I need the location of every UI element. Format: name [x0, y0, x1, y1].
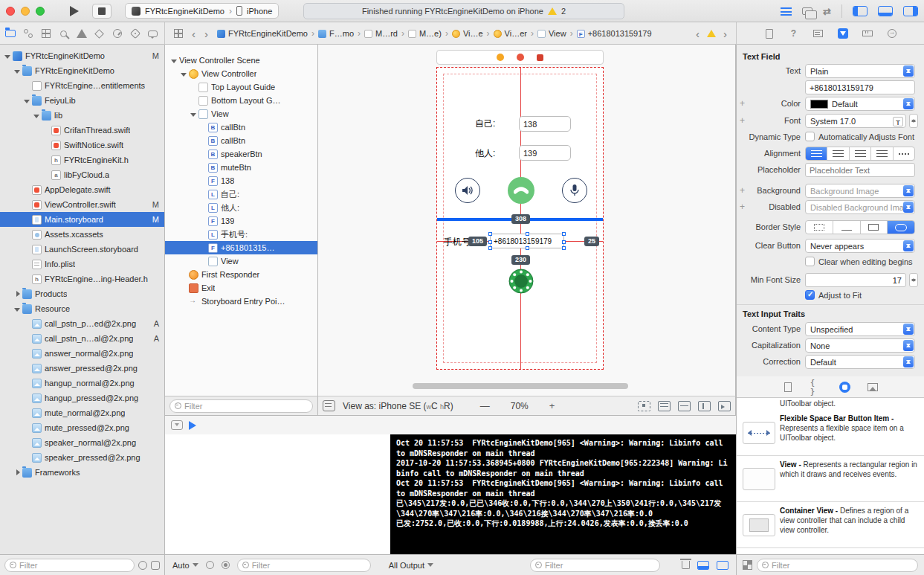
variables-scope-popup[interactable]: Auto — [172, 561, 198, 570]
outline-row[interactable]: F139 — [165, 214, 317, 228]
outline-row[interactable]: First Responder — [165, 268, 317, 281]
next-issue-button[interactable]: › — [719, 28, 731, 39]
disabled-background-popup[interactable]: Disabled Background Ima — [805, 200, 915, 214]
call-button[interactable] — [508, 177, 534, 204]
console-scope-popup[interactable]: All Output — [389, 561, 433, 570]
outline-row[interactable]: Top Layout Guide — [165, 80, 317, 94]
outline-row[interactable]: BspeakerBtn — [165, 147, 317, 161]
disclosure-triangle-icon[interactable] — [24, 97, 30, 104]
outline-row[interactable]: Storyboard Entry Poi… — [165, 295, 317, 308]
outline-row[interactable]: F138 — [165, 174, 317, 187]
border-rounded-segment[interactable] — [888, 221, 914, 234]
other-number-field[interactable]: 139 — [519, 145, 571, 161]
disclosure-triangle-icon[interactable] — [14, 291, 21, 298]
navigator-row[interactable]: Main.storyboardM — [0, 212, 164, 227]
show-console-view-button[interactable] — [717, 561, 728, 570]
project-navigator-tab[interactable] — [4, 28, 16, 39]
view-controller-dock-icon[interactable] — [497, 54, 504, 61]
outline-row[interactable]: View Controller — [165, 67, 317, 80]
navigator-row[interactable]: SwiftNotice.swift — [0, 138, 164, 152]
variables-filter-field[interactable] — [237, 559, 371, 572]
disclosure-triangle-icon[interactable] — [14, 469, 21, 476]
disclosure-triangle-icon[interactable] — [181, 71, 187, 77]
breadcrumb-item[interactable]: Vi…e — [452, 29, 483, 38]
library-filter-input[interactable] — [772, 561, 913, 570]
navigator-row[interactable]: Assets.xcassets — [0, 227, 164, 242]
test-navigator-tab[interactable] — [94, 28, 105, 39]
breadcrumb-item[interactable]: M…rd — [364, 29, 398, 38]
navigator-row[interactable]: FeiyuLib — [0, 93, 164, 108]
navigator-row[interactable]: Resource — [0, 301, 164, 316]
align-center-segment[interactable] — [827, 147, 849, 160]
border-line-segment[interactable] — [833, 221, 861, 234]
content-type-popup[interactable]: Unspecified — [805, 322, 915, 336]
resize-handle[interactable] — [526, 232, 529, 236]
navigator-row[interactable]: hFYRtcEngine…ing-Header.h — [0, 272, 164, 286]
previous-issue-button[interactable]: ‹ — [691, 28, 704, 39]
navigator-row[interactable]: speaker_pressed@2x.png — [0, 450, 164, 465]
breadcrumb-item[interactable]: View — [537, 29, 566, 38]
assistant-editor-icon[interactable] — [802, 7, 812, 15]
font-field[interactable]: System 17.0 — [805, 114, 906, 128]
disclosure-triangle-icon[interactable] — [14, 306, 21, 312]
navigator-row[interactable]: call_pstn_p…ed@2x.pngA — [0, 316, 164, 331]
console-filter-input[interactable] — [545, 561, 655, 570]
report-navigator-tab[interactable] — [147, 28, 158, 39]
outline-row[interactable]: View Controller Scene — [165, 54, 317, 67]
go-back-button[interactable]: ‹ — [187, 28, 200, 39]
outline-row[interactable]: L自己: — [165, 187, 317, 201]
navigator-row[interactable]: alibFyCloud.a — [0, 167, 164, 182]
outline-row[interactable]: View — [165, 254, 317, 268]
show-only-icon[interactable] — [206, 561, 214, 569]
show-variables-view-button[interactable] — [697, 561, 709, 570]
horizontal-scrollbar[interactable] — [413, 383, 628, 389]
disclosure-triangle-icon[interactable] — [171, 57, 178, 64]
navigator-row[interactable]: answer_pressed@2x.png — [0, 361, 164, 376]
navigator-row[interactable]: LaunchScreen.storyboard — [0, 242, 164, 257]
align-button[interactable] — [678, 401, 691, 411]
grid-view-icon[interactable] — [743, 560, 752, 570]
toggle-navigator-button[interactable] — [853, 6, 868, 16]
breadcrumb-item[interactable]: F…mo — [318, 29, 354, 38]
close-window-button[interactable] — [6, 7, 15, 16]
navigator-row[interactable]: call_pstn_n…al@2x.pngA — [0, 331, 164, 346]
font-size-stepper[interactable] — [909, 114, 918, 128]
issue-navigator-tab[interactable] — [76, 28, 87, 39]
file-inspector-tab[interactable] — [763, 28, 775, 39]
adjust-to-fit-checkbox[interactable] — [805, 290, 815, 300]
outline-filter-field[interactable] — [169, 399, 313, 413]
outline-row[interactable]: L他人: — [165, 201, 317, 214]
breakpoint-navigator-tab[interactable] — [129, 28, 140, 39]
go-forward-button[interactable]: › — [200, 28, 213, 39]
outline-row[interactable]: Bottom Layout G… — [165, 94, 317, 107]
other-label[interactable]: 他人: — [475, 147, 495, 160]
code-snippet-library-tab[interactable] — [810, 381, 822, 393]
outline-row[interactable]: BmuteBtn — [165, 161, 317, 174]
media-library-tab[interactable] — [867, 381, 879, 393]
library-item[interactable]: View - Represents a rectangular region i… — [737, 456, 924, 502]
console-filter-field[interactable] — [530, 559, 660, 572]
exit-dock-icon[interactable] — [537, 54, 543, 61]
navigator-row[interactable]: hangup_normal@2x.png — [0, 376, 164, 391]
scheme-selector[interactable]: FYRtcEngineKitDemo › iPhone — [125, 3, 279, 19]
find-navigator-tab[interactable] — [58, 28, 69, 39]
placeholder-field[interactable] — [805, 163, 915, 177]
outline-row[interactable]: Exit — [165, 281, 317, 295]
navigator-row[interactable]: speaker_normal@2x.png — [0, 435, 164, 450]
navigator-row[interactable]: Info.plist — [0, 257, 164, 272]
font-picker-icon[interactable] — [893, 117, 903, 126]
variables-filter-input[interactable] — [252, 561, 366, 570]
resize-handle[interactable] — [488, 240, 492, 244]
zoom-level[interactable]: 70% — [511, 401, 529, 411]
resolve-autolayout-button[interactable] — [718, 401, 731, 411]
view-controller-scene[interactable]: 自己: 138 他人: 139 — [436, 67, 604, 370]
navigator-row[interactable]: hangup_pressed@2x.png — [0, 391, 164, 405]
flag-icon[interactable] — [222, 561, 230, 569]
color-popup[interactable]: Default — [805, 97, 915, 111]
run-button[interactable] — [70, 6, 79, 16]
scm-status-icon[interactable] — [151, 561, 160, 570]
outline-row[interactable]: BcallBtn — [165, 134, 317, 147]
background-popup[interactable]: Background Image — [805, 184, 915, 198]
related-items-icon[interactable] — [174, 29, 183, 38]
navigator-row[interactable]: FYRtcEngineKitDemoM — [0, 48, 164, 63]
